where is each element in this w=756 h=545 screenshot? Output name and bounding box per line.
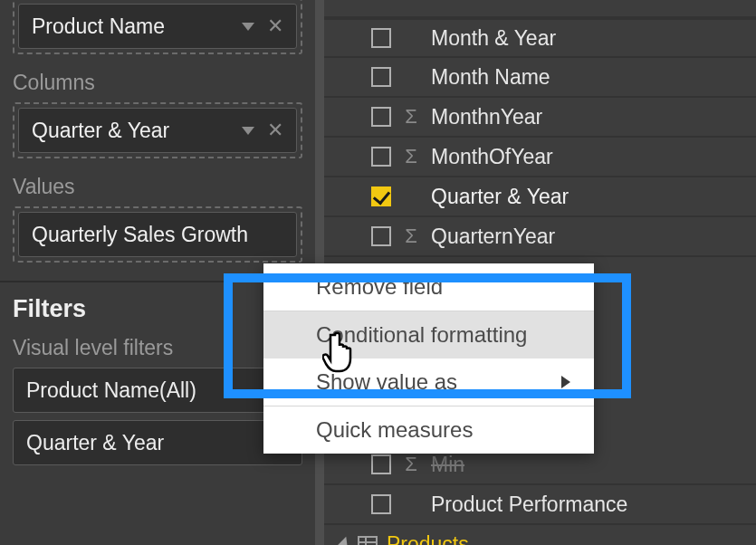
values-field-well[interactable]: Quarterly Sales Growth [18,212,297,257]
filters-header: Filters [13,295,302,323]
filter-item-quarter-year[interactable]: Quarter & Year [13,420,302,465]
sigma-icon: Σ [402,105,420,129]
field-label: Quarter & Year [431,185,569,209]
sigma-icon: Σ [402,145,420,168]
table-icon [358,536,378,545]
sigma-icon: Σ [402,453,420,476]
submenu-arrow-icon [561,376,570,388]
rows-dropzone[interactable]: Product Name ✕ [13,0,302,54]
visual-level-filters-label: Visual level filters [13,336,302,360]
columns-field-well[interactable]: Quarter & Year ✕ [18,108,297,153]
menu-conditional-formatting[interactable]: Conditional formatting [263,311,594,359]
field-month-name[interactable]: Σ Month Name [324,58,756,98]
field-monthnyear[interactable]: Σ MonthnYear [324,98,756,138]
field-quarter-year[interactable]: Σ Quarter & Year [324,177,756,217]
menu-item-label: Conditional formatting [316,322,527,348]
field-quarternyear[interactable]: Σ QuarternYear [324,217,756,257]
filter-item-label: Quarter & Year [26,431,269,455]
columns-dropzone[interactable]: Quarter & Year ✕ [13,102,302,158]
menu-item-label: Remove field [316,274,443,300]
field-label: Product Performance [431,492,627,517]
checkbox-icon[interactable] [371,147,391,167]
remove-field-icon[interactable]: ✕ [267,16,283,36]
field-label: Month Name [431,65,550,90]
field-month-year[interactable]: Σ Month & Year [324,18,756,58]
menu-remove-field[interactable]: Remove field [263,263,594,311]
checkbox-icon[interactable] [371,494,391,514]
rows-field-text: Product Name [32,14,242,39]
field-context-menu: Remove field Conditional formatting Show… [263,263,594,454]
filter-item-label: Product Name(All) [26,378,289,403]
filter-item-product-name[interactable]: Product Name(All) [13,368,302,413]
chevron-down-icon[interactable] [242,23,254,31]
menu-quick-measures[interactable]: Quick measures [263,406,594,454]
values-label: Values [13,175,302,199]
columns-label: Columns [13,71,302,95]
field-label: QuarternYear [431,225,555,249]
menu-item-label: Quick measures [316,417,473,443]
checkbox-icon[interactable] [371,28,391,48]
table-products[interactable]: Products [324,525,756,545]
field-product-performance[interactable]: Σ Product Performance [324,485,756,525]
field-monthofyear[interactable]: Σ MonthOfYear [324,138,756,177]
field-label: MonthOfYear [431,145,553,169]
chevron-down-icon[interactable] [242,127,254,135]
rows-field-well[interactable]: Product Name ✕ [18,4,297,49]
values-dropzone[interactable]: Quarterly Sales Growth [13,206,302,263]
sigma-icon: Σ [402,225,420,248]
columns-field-text: Quarter & Year [32,119,242,143]
values-field-text: Quarterly Sales Growth [32,223,283,247]
checkbox-icon-checked[interactable] [371,186,391,206]
field-label: Month & Year [431,26,556,51]
table-label: Products [387,532,469,546]
menu-show-value-as[interactable]: Show value as [263,359,594,406]
remove-field-icon[interactable]: ✕ [267,120,283,140]
checkbox-icon[interactable] [371,107,391,127]
checkbox-icon[interactable] [371,226,391,246]
field-label: Min [431,453,464,477]
expand-triangle-icon[interactable] [337,537,351,545]
checkbox-icon[interactable] [371,67,391,87]
menu-item-label: Show value as [316,369,457,395]
checkbox-icon[interactable] [371,454,391,474]
field-label: MonthnYear [431,105,542,129]
